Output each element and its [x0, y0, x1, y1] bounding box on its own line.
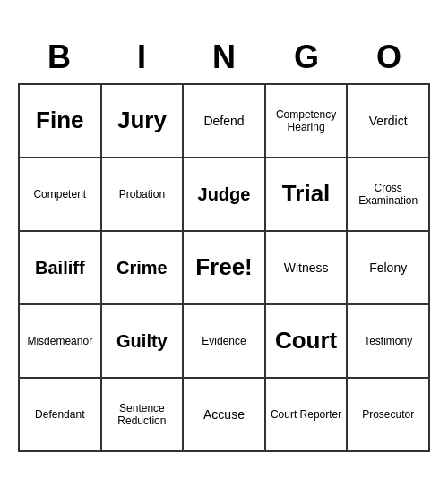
bingo-cell-1-1[interactable]: Probation [102, 158, 185, 232]
cell-text: Sentence Reduction [106, 402, 179, 428]
cell-text: Felony [369, 261, 407, 276]
cell-text: Accuse [203, 407, 245, 423]
cell-text: Fine [36, 107, 83, 134]
cell-text: Evidence [202, 335, 246, 347]
cell-text: Defendant [35, 408, 84, 421]
bingo-cell-3-4[interactable]: Testimony [348, 305, 430, 379]
cell-text: Witness [284, 261, 329, 276]
cell-text: Court [275, 327, 337, 355]
cell-text: Trial [282, 180, 330, 208]
bingo-cell-1-4[interactable]: Cross Examination [348, 158, 430, 232]
cell-text: Testimony [364, 335, 412, 347]
cell-text: Judge [198, 184, 251, 205]
bingo-cell-3-3[interactable]: Court [266, 305, 349, 379]
cell-text: Prosecutor [362, 408, 414, 421]
bingo-cell-0-1[interactable]: Jury [102, 85, 185, 158]
bingo-cell-1-3[interactable]: Trial [266, 158, 349, 232]
bingo-cell-2-0[interactable]: Bailiff [20, 232, 102, 305]
bingo-cell-3-1[interactable]: Guilty [102, 305, 185, 379]
bingo-header: BINGO [18, 35, 430, 80]
cell-text: Competency Hearing [270, 108, 343, 134]
cell-text: Bailiff [35, 257, 85, 278]
bingo-cell-4-1[interactable]: Sentence Reduction [102, 379, 185, 452]
bingo-cell-2-4[interactable]: Felony [348, 232, 430, 305]
bingo-cell-2-1[interactable]: Crime [102, 232, 185, 305]
header-letter: G [265, 35, 348, 80]
header-letter: I [100, 35, 183, 80]
bingo-grid: FineJuryDefendCompetency HearingVerdictC… [18, 83, 430, 452]
header-letter: B [18, 35, 100, 80]
bingo-card: BINGO FineJuryDefendCompetency HearingVe… [18, 35, 430, 452]
bingo-cell-1-0[interactable]: Competent [20, 158, 102, 232]
bingo-cell-3-2[interactable]: Evidence [184, 305, 266, 379]
bingo-cell-2-3[interactable]: Witness [266, 232, 349, 305]
cell-text: Misdemeanor [27, 335, 92, 347]
header-letter: O [348, 35, 430, 80]
bingo-cell-0-3[interactable]: Competency Hearing [266, 85, 349, 158]
bingo-cell-0-2[interactable]: Defend [184, 85, 266, 158]
bingo-cell-3-0[interactable]: Misdemeanor [20, 305, 102, 379]
cell-text: Free! [195, 253, 253, 281]
cell-text: Competent [33, 188, 86, 201]
header-letter: N [183, 35, 265, 80]
cell-text: Guilty [116, 330, 168, 352]
cell-text: Probation [119, 188, 165, 201]
bingo-cell-2-2[interactable]: Free! [184, 232, 266, 305]
bingo-cell-0-4[interactable]: Verdict [348, 85, 430, 158]
bingo-cell-4-2[interactable]: Accuse [184, 379, 266, 452]
bingo-cell-1-2[interactable]: Judge [184, 158, 266, 232]
cell-text: Court Reporter [271, 408, 341, 421]
cell-text: Verdict [369, 114, 408, 129]
cell-text: Jury [117, 107, 167, 134]
bingo-cell-4-3[interactable]: Court Reporter [266, 379, 349, 452]
bingo-cell-0-0[interactable]: Fine [20, 85, 102, 158]
cell-text: Crime [116, 257, 168, 278]
bingo-cell-4-0[interactable]: Defendant [20, 379, 102, 452]
bingo-cell-4-4[interactable]: Prosecutor [348, 379, 430, 452]
cell-text: Defend [203, 114, 244, 129]
cell-text: Cross Examination [351, 182, 425, 208]
